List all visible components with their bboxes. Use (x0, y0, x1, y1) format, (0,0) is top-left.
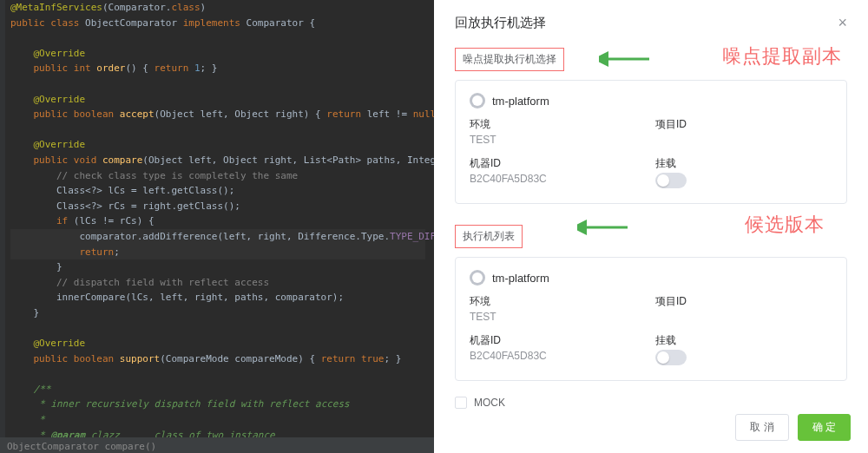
code-line[interactable] (10, 30, 425, 46)
mount-label: 挂载 (655, 156, 832, 171)
code-line[interactable]: * (10, 412, 425, 428)
code-line[interactable]: // dispatch field with reflect access (10, 275, 425, 291)
executor-list-section-label: 执行机列表 (455, 225, 523, 248)
code-line[interactable]: // check class type is completely the sa… (10, 168, 425, 184)
arrow-icon (599, 50, 651, 68)
machine-id-label: 机器ID (470, 333, 647, 348)
code-line[interactable]: } (10, 259, 425, 275)
project-id-label: 项目ID (655, 294, 832, 309)
card-title: tm-platform (492, 95, 549, 108)
machine-id-value: B2C40FA5D83C (470, 173, 647, 185)
close-icon[interactable]: × (838, 14, 847, 32)
arrow-icon (577, 219, 629, 236)
code-line[interactable]: public void compare(Object left, Object … (10, 153, 425, 168)
code-line[interactable]: public class ObjectComparator implements… (10, 16, 425, 31)
code-line[interactable]: } (10, 305, 425, 321)
platform-avatar-icon (470, 93, 485, 108)
executor-machine-card: tm-platform 环境 TEST 项目ID 机器ID B2C40FA5D8… (455, 257, 847, 381)
code-line[interactable]: public boolean support(CompareMode compa… (10, 351, 425, 367)
mock-checkbox-row[interactable]: MOCK (455, 397, 847, 409)
env-label: 环境 (470, 117, 647, 132)
code-line[interactable]: @Override (10, 46, 425, 62)
code-line[interactable] (10, 76, 425, 92)
noise-extract-section-label: 噪点提取执行机选择 (455, 48, 564, 71)
machine-select-dialog: 回放执行机选择 × 噪点提取执行机选择 tm-platform 环境 TEST … (434, 0, 868, 453)
code-line[interactable] (10, 122, 425, 138)
card-title: tm-platform (492, 272, 549, 285)
project-id-label: 项目ID (655, 117, 832, 132)
code-area[interactable]: @MetaInfServices(Comparator.class)public… (0, 0, 434, 453)
env-label: 环境 (470, 294, 647, 309)
mount-toggle[interactable] (655, 350, 687, 365)
annotation-noise-copy: 噪点提取副本 (722, 43, 842, 69)
code-line[interactable]: innerCompare(lCs, left, right, paths, co… (10, 290, 425, 305)
code-line[interactable] (10, 320, 425, 336)
machine-id-value: B2C40FA5D83C (470, 350, 647, 362)
code-line[interactable]: * inner recursively dispatch field with … (10, 397, 425, 412)
code-line[interactable]: @Override (10, 336, 425, 351)
code-line[interactable]: public int order() { return 1; } (10, 61, 425, 76)
code-line[interactable]: @Override (10, 137, 425, 153)
code-line[interactable]: @MetaInfServices(Comparator.class) (10, 0, 425, 16)
mount-label: 挂载 (655, 333, 832, 348)
dialog-title: 回放执行机选择 (455, 15, 546, 31)
env-value: TEST (470, 134, 647, 146)
code-line[interactable]: @Override (10, 92, 425, 108)
env-value: TEST (470, 311, 647, 323)
editor-breadcrumb[interactable]: ObjectComparator compare() (0, 437, 434, 453)
cancel-button[interactable]: 取 消 (735, 414, 788, 441)
editor-gutter (0, 0, 5, 453)
annotation-candidate: 候选版本 (745, 212, 825, 238)
mock-label: MOCK (474, 397, 505, 409)
code-line[interactable]: return; (10, 245, 425, 260)
machine-id-label: 机器ID (470, 156, 647, 171)
code-line[interactable]: public boolean accept(Object left, Objec… (10, 107, 425, 122)
platform-avatar-icon (470, 270, 485, 286)
mount-toggle[interactable] (655, 173, 687, 188)
code-line[interactable]: /** (10, 382, 425, 397)
code-editor[interactable]: @MetaInfServices(Comparator.class)public… (0, 0, 434, 453)
code-line[interactable] (10, 366, 425, 382)
confirm-button[interactable]: 确 定 (798, 414, 851, 441)
code-line[interactable]: Class<?> rCs = right.getClass(); (10, 199, 425, 214)
mock-checkbox[interactable] (455, 397, 467, 409)
code-line[interactable]: if (lCs != rCs) { (10, 213, 425, 229)
code-line[interactable]: comparator.addDifference(left, right, Di… (10, 229, 425, 245)
noise-machine-card: tm-platform 环境 TEST 项目ID 机器ID B2C40FA5D8… (455, 80, 847, 204)
code-line[interactable]: Class<?> lCs = left.getClass(); (10, 183, 425, 199)
